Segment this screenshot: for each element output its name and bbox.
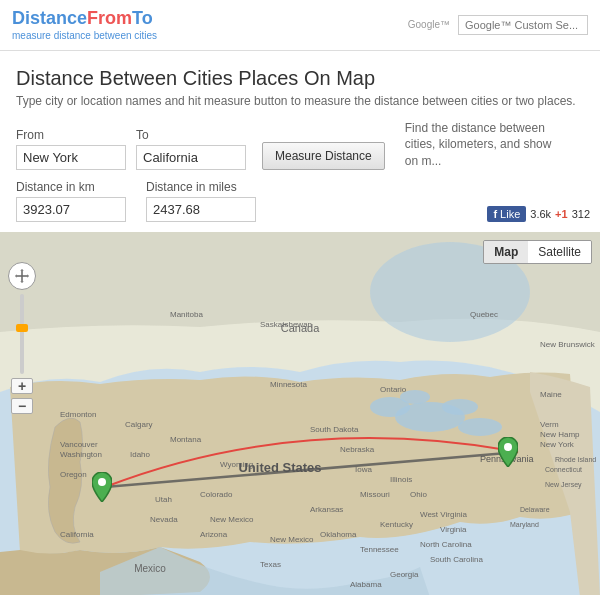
svg-text:Illinois: Illinois (390, 475, 412, 484)
gplus-button[interactable]: +1 (555, 208, 568, 220)
km-group: Distance in km 3923.07 (16, 180, 126, 222)
zoom-in-button[interactable]: + (11, 378, 33, 394)
svg-text:Maryland: Maryland (510, 521, 539, 529)
svg-text:South Dakota: South Dakota (310, 425, 359, 434)
svg-text:Georgia: Georgia (390, 570, 419, 579)
map-svg: United States Canada Mexico Pennsylvania… (0, 232, 600, 595)
from-field-group: From (16, 128, 126, 170)
svg-text:Montana: Montana (170, 435, 202, 444)
google-label: Google™ (408, 19, 450, 30)
facebook-icon: f (493, 208, 497, 220)
svg-text:Arkansas: Arkansas (310, 505, 343, 514)
svg-text:Ontario: Ontario (380, 385, 407, 394)
miles-group: Distance in miles 2437.68 (146, 180, 256, 222)
svg-text:Arizona: Arizona (200, 530, 228, 539)
svg-text:Delaware: Delaware (520, 506, 550, 513)
svg-text:North Carolina: North Carolina (420, 540, 472, 549)
zoom-thumb[interactable] (16, 324, 28, 332)
zoom-controls: + − (8, 262, 36, 414)
svg-text:Kentucky: Kentucky (380, 520, 413, 529)
svg-text:Wyoming: Wyoming (220, 460, 253, 469)
svg-text:Rhode Island: Rhode Island (555, 456, 596, 463)
zoom-out-button[interactable]: − (11, 398, 33, 414)
svg-text:New Jersey: New Jersey (545, 481, 582, 489)
pan-control[interactable] (8, 262, 36, 290)
svg-point-59 (504, 443, 512, 451)
svg-text:Colorado: Colorado (200, 490, 233, 499)
svg-text:Washington: Washington (60, 450, 102, 459)
map-button[interactable]: Map (484, 241, 528, 263)
km-value: 3923.07 (16, 197, 126, 222)
svg-point-58 (98, 478, 106, 486)
form-area: From To Measure Distance Find the distan… (16, 120, 584, 170)
svg-text:Nebraska: Nebraska (340, 445, 375, 454)
svg-text:Mexico: Mexico (134, 563, 166, 574)
logo-subtitle: measure distance between cities (12, 30, 157, 42)
svg-text:Missouri: Missouri (360, 490, 390, 499)
measure-distance-button[interactable]: Measure Distance (262, 142, 385, 170)
svg-text:Vancouver: Vancouver (60, 440, 98, 449)
right-info: Find the distance between cities, kilome… (405, 120, 565, 170)
logo-from-part: From (87, 8, 132, 28)
satellite-button[interactable]: Satellite (528, 241, 591, 263)
map-container[interactable]: Map Satellite United St (0, 232, 600, 595)
logo-text: DistanceFromTo (12, 8, 157, 30)
logo-distance-part: Distance (12, 8, 87, 28)
california-marker (92, 472, 112, 502)
svg-text:Oklahoma: Oklahoma (320, 530, 357, 539)
svg-text:Texas: Texas (260, 560, 281, 569)
svg-text:Tennessee: Tennessee (360, 545, 399, 554)
to-label: To (136, 128, 246, 142)
svg-text:Maine: Maine (540, 390, 562, 399)
gplus-count: 312 (572, 208, 590, 220)
header: DistanceFromTo measure distance between … (0, 0, 600, 51)
logo: DistanceFromTo measure distance between … (12, 8, 157, 42)
svg-text:Idaho: Idaho (130, 450, 151, 459)
miles-value: 2437.68 (146, 197, 256, 222)
svg-text:Ohio: Ohio (410, 490, 427, 499)
map-satellite-toggle: Map Satellite (483, 240, 592, 264)
page-subtitle: Type city or location names and hit meas… (16, 94, 584, 108)
svg-text:California: California (60, 530, 94, 539)
svg-text:South Carolina: South Carolina (430, 555, 483, 564)
search-input[interactable] (458, 15, 588, 35)
to-field-group: To (136, 128, 246, 170)
svg-text:New Hamp: New Hamp (540, 430, 580, 439)
svg-text:Oregon: Oregon (60, 470, 87, 479)
logo-to-part: To (132, 8, 153, 28)
newyork-marker (498, 437, 518, 467)
svg-text:Quebec: Quebec (470, 310, 498, 319)
svg-text:Alabama: Alabama (350, 580, 382, 589)
miles-label: Distance in miles (146, 180, 256, 194)
like-label: Like (500, 208, 520, 220)
facebook-like[interactable]: f Like (487, 206, 526, 222)
svg-text:Edmonton: Edmonton (60, 410, 96, 419)
svg-text:Manitoba: Manitoba (170, 310, 203, 319)
page-title: Distance Between Cities Places On Map (16, 67, 584, 90)
form-left: From To Measure Distance (16, 128, 385, 170)
svg-text:New Brunswick: New Brunswick (540, 340, 596, 349)
svg-text:Connecticut: Connecticut (545, 466, 582, 473)
svg-text:Calgary: Calgary (125, 420, 153, 429)
svg-text:New York: New York (540, 440, 575, 449)
from-label: From (16, 128, 126, 142)
social-bar: f Like 3.6k +1 312 (487, 206, 590, 222)
km-label: Distance in km (16, 180, 126, 194)
svg-text:Nevada: Nevada (150, 515, 178, 524)
zoom-track[interactable] (20, 294, 24, 374)
svg-text:Verm: Verm (540, 420, 559, 429)
svg-text:Saskatchewan: Saskatchewan (260, 320, 312, 329)
like-count: 3.6k (530, 208, 551, 220)
svg-point-4 (458, 418, 502, 436)
svg-text:West Virginia: West Virginia (420, 510, 467, 519)
svg-text:Virginia: Virginia (440, 525, 467, 534)
svg-text:Utah: Utah (155, 495, 172, 504)
from-input[interactable] (16, 145, 126, 170)
svg-text:New Mexico: New Mexico (270, 535, 314, 544)
svg-text:New Mexico: New Mexico (210, 515, 254, 524)
svg-point-3 (442, 399, 478, 415)
to-input[interactable] (136, 145, 246, 170)
svg-text:Minnesota: Minnesota (270, 380, 307, 389)
main-content: Distance Between Cities Places On Map Ty… (0, 51, 600, 232)
